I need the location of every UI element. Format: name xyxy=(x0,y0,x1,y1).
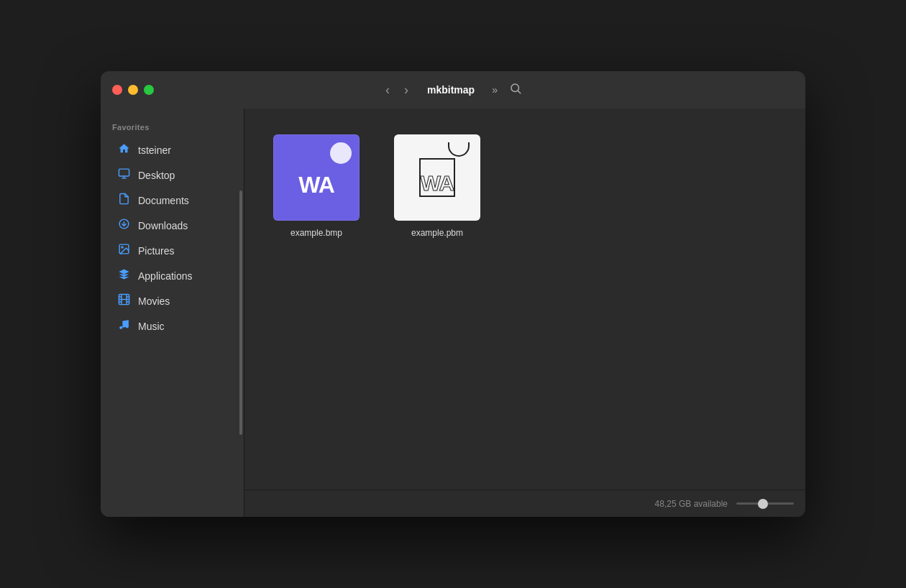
sidebar-section-favorites: Favorites xyxy=(101,120,244,137)
file-name-bmp: example.bmp xyxy=(290,228,342,238)
sidebar-item-downloads[interactable]: Downloads xyxy=(105,213,239,238)
pictures-icon xyxy=(116,243,131,258)
pbm-circle-decoration xyxy=(448,142,470,157)
file-name-pbm: example.pbm xyxy=(411,228,463,238)
sidebar-item-desktop[interactable]: Desktop xyxy=(105,162,239,188)
finder-window: ‹ › mkbitmap » Favorites xyxy=(101,71,805,517)
slider-thumb[interactable] xyxy=(758,499,768,509)
titlebar-nav: ‹ › mkbitmap » xyxy=(101,81,805,100)
back-button[interactable]: ‹ xyxy=(381,81,394,99)
sidebar-scrollbar[interactable] xyxy=(239,190,242,436)
sidebar: Favorites tsteiner xyxy=(101,109,244,517)
sidebar-item-movies-label: Movies xyxy=(138,295,170,307)
zoom-slider[interactable] xyxy=(736,502,794,505)
file-thumbnail-pbm: WA xyxy=(394,134,480,221)
svg-point-18 xyxy=(125,325,128,328)
applications-icon xyxy=(116,268,131,283)
sidebar-item-applications-label: Applications xyxy=(138,270,193,282)
titlebar: ‹ › mkbitmap » xyxy=(101,71,805,109)
sidebar-item-music[interactable]: Music xyxy=(105,313,239,339)
more-button[interactable]: » xyxy=(489,83,500,97)
storage-status: 48,25 GB available xyxy=(655,499,728,509)
desktop-icon xyxy=(116,167,131,183)
downloads-icon xyxy=(116,218,131,233)
documents-icon xyxy=(116,193,131,208)
slider-track xyxy=(736,502,794,505)
window-body: Favorites tsteiner xyxy=(101,109,805,517)
svg-rect-2 xyxy=(119,169,129,176)
sidebar-item-pictures[interactable]: Pictures xyxy=(105,238,239,263)
sidebar-item-applications[interactable]: Applications xyxy=(105,263,239,288)
status-bar: 48,25 GB available xyxy=(244,490,805,517)
sidebar-item-documents[interactable]: Documents xyxy=(105,188,239,213)
sidebar-item-downloads-label: Downloads xyxy=(138,220,188,231)
svg-point-8 xyxy=(121,247,122,248)
movies-icon xyxy=(116,293,131,308)
home-icon xyxy=(116,142,131,157)
sidebar-item-movies[interactable]: Movies xyxy=(105,288,239,313)
file-item-pbm[interactable]: WA example.pbm xyxy=(388,129,486,244)
sidebar-item-music-label: Music xyxy=(138,321,165,332)
window-title: mkbitmap xyxy=(427,84,475,96)
svg-point-0 xyxy=(511,84,519,92)
svg-line-1 xyxy=(518,91,520,93)
search-button[interactable] xyxy=(506,81,525,100)
svg-point-17 xyxy=(119,326,122,329)
pbm-wa-text: WA xyxy=(419,158,455,197)
sidebar-item-pictures-label: Pictures xyxy=(138,245,175,257)
sidebar-item-documents-label: Documents xyxy=(138,195,189,206)
main-content: WA example.bmp WA example.pbm 48,25 GB a… xyxy=(244,109,805,517)
file-thumbnail-bmp: WA xyxy=(273,134,360,221)
sidebar-item-tsteiner[interactable]: tsteiner xyxy=(105,137,239,162)
bmp-wa-text: WA xyxy=(298,157,334,198)
music-icon xyxy=(116,318,131,334)
bmp-circle-decoration xyxy=(330,142,352,164)
sidebar-item-desktop-label: Desktop xyxy=(138,170,175,181)
sidebar-item-tsteiner-label: tsteiner xyxy=(138,144,171,156)
file-area: WA example.bmp WA example.pbm xyxy=(244,109,805,490)
file-item-bmp[interactable]: WA example.bmp xyxy=(267,129,365,244)
forward-button[interactable]: › xyxy=(400,81,413,99)
